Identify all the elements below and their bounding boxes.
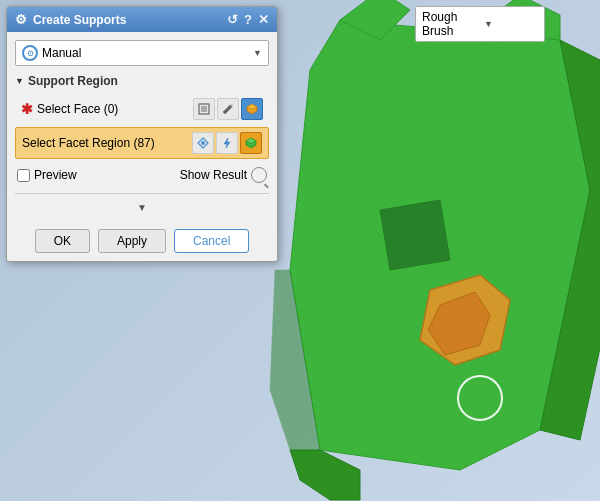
chevron-down-icon: ▼ [484, 19, 538, 29]
facet-icon-3[interactable] [240, 132, 262, 154]
dialog-controls: ↺ ? ✕ [227, 12, 269, 27]
asterisk-icon: ✱ [21, 101, 33, 117]
svg-rect-16 [201, 106, 207, 112]
preview-label: Preview [34, 168, 77, 182]
facet-icon-1[interactable] [192, 132, 214, 154]
search-icon[interactable] [251, 167, 267, 183]
face-icon-1[interactable] [193, 98, 215, 120]
svg-point-20 [201, 141, 205, 145]
preview-row: Preview Show Result [15, 163, 269, 187]
apply-button[interactable]: Apply [98, 229, 166, 253]
gear-icon: ⚙ [15, 12, 27, 27]
manual-dropdown[interactable]: ⊙ Manual ▼ [15, 40, 269, 66]
face-icon-3[interactable] [241, 98, 263, 120]
dialog-body: ⊙ Manual ▼ ▼ Support Region ✱ Select Fac… [7, 32, 277, 223]
close-button[interactable]: ✕ [258, 12, 269, 27]
select-face-label: Select Face (0) [37, 102, 189, 116]
divider [15, 193, 269, 194]
manual-label: Manual [42, 46, 249, 60]
facet-icon-2[interactable] [216, 132, 238, 154]
face-icon-2[interactable] [217, 98, 239, 120]
select-face-row: ✱ Select Face (0) [15, 94, 269, 124]
ok-button[interactable]: OK [35, 229, 90, 253]
cancel-button[interactable]: Cancel [174, 229, 249, 253]
dialog-titlebar: ⚙ Create Supports ↺ ? ✕ [7, 7, 277, 32]
dialog-title: Create Supports [33, 13, 221, 27]
preview-checkbox-wrap: Preview [17, 168, 77, 182]
svg-marker-9 [380, 200, 450, 270]
svg-marker-8 [290, 450, 360, 500]
select-facet-label: Select Facet Region (87) [22, 136, 188, 150]
button-row: OK Apply Cancel [7, 223, 277, 261]
reset-button[interactable]: ↺ [227, 12, 238, 27]
preview-checkbox[interactable] [17, 169, 30, 182]
show-result-wrap: Show Result [180, 167, 267, 183]
select-face-icons [193, 98, 263, 120]
brush-dropdown-label: Rough Brush [422, 10, 476, 38]
help-button[interactable]: ? [244, 12, 252, 27]
brush-dropdown[interactable]: Rough Brush ▼ [415, 6, 545, 42]
expand-row[interactable]: ▼ [15, 200, 269, 215]
collapse-icon[interactable]: ▼ [15, 76, 24, 86]
support-region-header: ▼ Support Region [15, 74, 269, 88]
select-facet-row: Select Facet Region (87) [15, 127, 269, 159]
select-facet-icons [192, 132, 262, 154]
dropdown-arrow-icon: ▼ [253, 48, 262, 58]
show-result-label: Show Result [180, 168, 247, 182]
svg-marker-21 [224, 138, 230, 148]
support-region-label: Support Region [28, 74, 118, 88]
create-supports-dialog: ⚙ Create Supports ↺ ? ✕ ⊙ Manual ▼ ▼ Sup… [6, 6, 278, 262]
manual-icon: ⊙ [22, 45, 38, 61]
